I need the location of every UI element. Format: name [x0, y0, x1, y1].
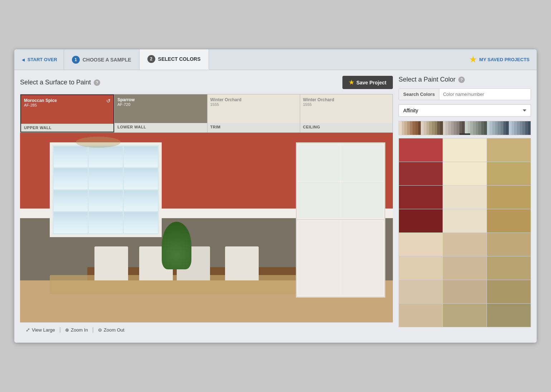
palette-cell[interactable] [432, 121, 435, 135]
step-2-number: 2 [147, 55, 155, 63]
palette-cell[interactable] [448, 121, 451, 135]
palette-cell[interactable] [435, 121, 438, 135]
palette-cell[interactable] [489, 121, 492, 135]
palette-cell[interactable] [454, 121, 457, 135]
color-cell-2[interactable] [487, 138, 531, 162]
zoom-out-button[interactable]: ⊖ Zoom Out [94, 326, 129, 334]
palette-cell[interactable] [525, 121, 528, 135]
color-cell-10[interactable] [443, 209, 487, 232]
star-icon: ★ [469, 55, 477, 64]
right-panel: Select a Paint Color ? Search Colors Aff… [399, 76, 531, 337]
palette-cell[interactable] [407, 121, 410, 135]
palette-cell[interactable] [418, 121, 421, 135]
color-collection-dropdown[interactable]: AffinityHistoricalWilliamsburgClassic Co… [399, 104, 531, 117]
palette-cell[interactable] [492, 121, 495, 135]
color-cell-13[interactable] [443, 233, 487, 256]
zoom-in-icon: ⊕ [65, 327, 69, 333]
choose-sample-tab[interactable]: 1 CHOOSE A SAMPLE [64, 49, 140, 70]
palette-cell[interactable] [459, 121, 462, 135]
color-cell-5[interactable] [487, 162, 531, 185]
palette-cell[interactable] [429, 121, 432, 135]
palette-cell[interactable] [498, 121, 501, 135]
palette-cell[interactable] [520, 121, 523, 135]
zoom-in-button[interactable]: ⊕ Zoom In [61, 326, 92, 334]
palette-cell[interactable] [413, 121, 415, 135]
start-over-button[interactable]: ◄ START OVER [14, 49, 64, 70]
color-cell-14[interactable] [487, 233, 531, 256]
surface-swatch-3[interactable]: Winter Orchard 1555 CEILING [300, 94, 392, 132]
search-colors-input[interactable] [439, 89, 531, 100]
palette-cell[interactable] [410, 121, 413, 135]
palette-cell[interactable] [399, 121, 402, 135]
palette-cell[interactable] [506, 121, 509, 135]
paint-color-help-icon[interactable]: ? [458, 77, 465, 83]
search-colors-row: Search Colors [399, 88, 531, 100]
palette-cell[interactable] [424, 121, 426, 135]
arrow-left-icon: ◄ [21, 57, 26, 63]
save-project-button[interactable]: ★ Save Project [342, 76, 393, 89]
palette-cell[interactable] [501, 121, 503, 135]
palette-cell[interactable] [487, 121, 490, 135]
hutch [296, 142, 385, 298]
palette-cell[interactable] [462, 121, 465, 135]
palette-cell[interactable] [478, 121, 481, 135]
palette-cell[interactable] [522, 121, 525, 135]
color-cell-12[interactable] [399, 233, 443, 256]
color-cell-17[interactable] [487, 256, 531, 280]
palette-cell[interactable] [470, 121, 473, 135]
color-cell-16[interactable] [443, 256, 487, 280]
color-cell-6[interactable] [399, 186, 443, 209]
color-cell-0[interactable] [399, 138, 443, 162]
surface-swatch-2[interactable]: Winter Orchard 1555 TRIM [208, 94, 300, 132]
color-cell-3[interactable] [399, 162, 443, 185]
main-content: Select a Surface to Paint ? ★ Save Proje… [14, 70, 537, 343]
view-large-button[interactable]: ⤢ View Large [21, 325, 59, 334]
palette-cell[interactable] [465, 121, 468, 135]
palette-cell[interactable] [421, 121, 424, 135]
color-cell-19[interactable] [443, 280, 487, 303]
color-grid [399, 138, 531, 327]
palette-cell[interactable] [473, 121, 476, 135]
color-cell-15[interactable] [399, 256, 443, 280]
surface-swatch-0[interactable]: Moroccan Spice AF-285 ↺ UPPER WALL [20, 94, 114, 132]
color-cell-7[interactable] [443, 186, 487, 209]
palette-cell[interactable] [440, 121, 443, 135]
color-cell-22[interactable] [443, 304, 487, 327]
palette-cell[interactable] [404, 121, 407, 135]
color-cell-9[interactable] [399, 209, 443, 232]
palette-cell[interactable] [484, 121, 487, 135]
palette-cell[interactable] [451, 121, 454, 135]
palette-cell[interactable] [468, 121, 470, 135]
surface-help-icon[interactable]: ? [94, 79, 100, 86]
color-cell-21[interactable] [399, 304, 443, 327]
color-cell-11[interactable] [487, 209, 531, 232]
color-cell-4[interactable] [443, 162, 487, 185]
color-cell-8[interactable] [487, 186, 531, 209]
palette-cell[interactable] [512, 121, 515, 135]
palette-cell[interactable] [514, 121, 517, 135]
palette-cell[interactable] [426, 121, 429, 135]
palette-color-strip[interactable] [399, 121, 531, 135]
zoom-out-icon: ⊖ [98, 327, 102, 333]
palette-cell[interactable] [481, 121, 484, 135]
saved-projects-link[interactable]: ★ MY SAVED PROJECTS [462, 49, 537, 70]
palette-cell[interactable] [495, 121, 498, 135]
palette-cell[interactable] [445, 121, 448, 135]
palette-cell[interactable] [443, 121, 446, 135]
color-cell-1[interactable] [443, 138, 487, 162]
palette-cell[interactable] [517, 121, 520, 135]
palette-cell[interactable] [509, 121, 512, 135]
palette-cell[interactable] [476, 121, 479, 135]
select-colors-tab[interactable]: 2 SELECT COLORS [140, 49, 209, 70]
palette-cell[interactable] [415, 121, 418, 135]
view-large-icon: ⤢ [26, 327, 30, 333]
palette-cell[interactable] [457, 121, 459, 135]
palette-cell[interactable] [437, 121, 440, 135]
palette-cell[interactable] [503, 121, 506, 135]
surface-swatch-1[interactable]: Sparrow AF-720 LOWER WALL [114, 94, 207, 132]
color-cell-20[interactable] [487, 280, 531, 303]
color-cell-23[interactable] [487, 304, 531, 327]
color-cell-18[interactable] [399, 280, 443, 303]
palette-cell[interactable] [402, 121, 405, 135]
palette-cell[interactable] [528, 121, 531, 135]
